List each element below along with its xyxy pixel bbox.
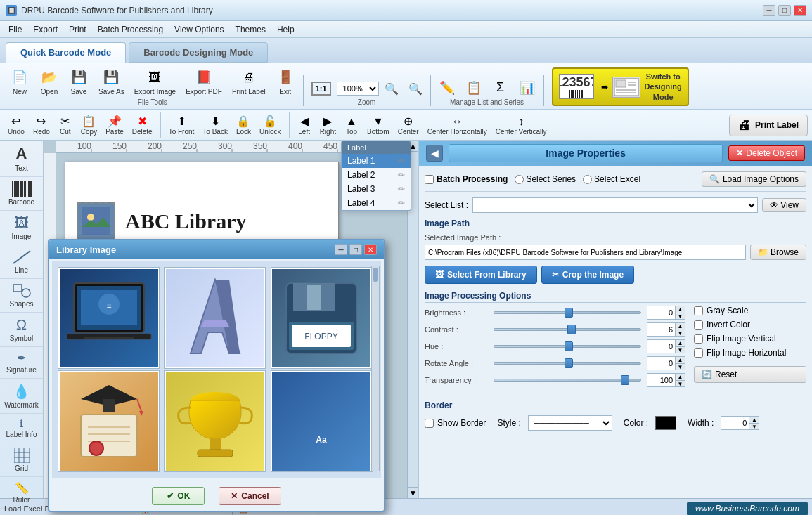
cancel-x-icon: ✕ — [231, 491, 238, 501]
laptop-svg: ≡ — [60, 269, 158, 367]
ok-btn[interactable]: ✔ OK — [152, 487, 205, 505]
svg-rect-77 — [210, 439, 221, 450]
svg-text:Aa: Aa — [316, 435, 327, 445]
cancel-btn[interactable]: ✕ Cancel — [219, 487, 281, 505]
font-aa-svg: Aa — [272, 372, 370, 471]
dialog-title-bar: Library Image ─ □ ✕ — [49, 240, 384, 259]
svg-rect-78 — [198, 450, 233, 457]
svg-text:≡: ≡ — [106, 301, 111, 311]
library-img-4[interactable] — [58, 370, 160, 472]
svg-text:FLOPPY: FLOPPY — [304, 332, 337, 341]
dialog-scrollbar[interactable] — [371, 266, 380, 471]
image-grid: ≡ — [52, 261, 381, 478]
svg-rect-50 — [84, 337, 134, 339]
dialog-scroll-thumb[interactable] — [373, 268, 378, 282]
svg-marker-57 — [201, 320, 229, 327]
library-img-1[interactable]: ≡ — [58, 267, 160, 369]
floppy-svg: FLOPPY — [272, 269, 370, 367]
svg-point-70 — [89, 441, 103, 455]
letter-a-svg — [166, 269, 264, 367]
ok-label: OK — [177, 491, 190, 501]
dialog-title: Library Image — [56, 245, 116, 255]
dialog-controls: ─ □ ✕ — [335, 244, 377, 255]
library-img-6[interactable]: Aa — [271, 370, 373, 472]
dialog-close-btn[interactable]: ✕ — [364, 244, 377, 255]
dialog-maximize-btn[interactable]: □ — [349, 244, 362, 255]
trophy-svg — [166, 372, 264, 471]
svg-rect-61 — [307, 285, 321, 310]
library-img-5[interactable] — [164, 370, 266, 472]
library-image-dialog: Library Image ─ □ ✕ — [48, 239, 385, 512]
dialog-footer: ✔ OK ✕ Cancel — [49, 481, 384, 511]
ok-check-icon: ✔ — [167, 491, 174, 501]
dialog-overlay: Library Image ─ □ ✕ — [0, 0, 812, 515]
svg-rect-79 — [272, 372, 370, 471]
dialog-minimize-btn[interactable]: ─ — [335, 244, 347, 255]
library-img-2[interactable] — [164, 267, 266, 369]
graduation-svg — [60, 372, 158, 471]
library-img-3[interactable]: FLOPPY — [271, 267, 373, 369]
cancel-label: Cancel — [241, 491, 269, 501]
svg-rect-72 — [103, 399, 115, 412]
